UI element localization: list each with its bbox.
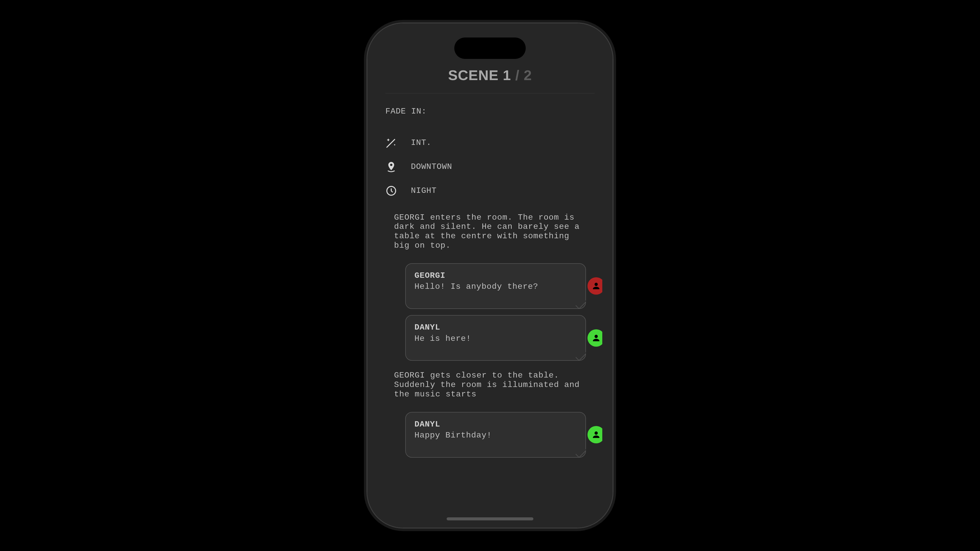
action-block: GEORGI enters the room. The room is dark…: [385, 213, 595, 251]
svg-point-0: [394, 144, 395, 145]
scene-total: 2: [524, 67, 532, 83]
meta-location-row[interactable]: DOWNTOWN: [385, 155, 595, 179]
dialogue-bubble[interactable]: DANYL Happy Birthday!: [405, 412, 595, 457]
screen[interactable]: SCENE 1 / 2 FADE IN: INT.: [368, 24, 612, 527]
dialogue-line: Hello! Is anybody there?: [414, 281, 577, 292]
meta-time-row[interactable]: NIGHT: [385, 179, 595, 203]
character-name: DANYL: [414, 322, 577, 333]
meta-location-label: DOWNTOWN: [411, 162, 452, 172]
meta-interior-label: INT.: [411, 138, 431, 148]
scene-title-bar: SCENE 1 / 2: [385, 64, 595, 94]
dialogue-line: He is here!: [414, 333, 577, 344]
character-avatar[interactable]: [587, 426, 602, 443]
character-avatar[interactable]: [587, 329, 602, 347]
script-content[interactable]: FADE IN: INT. DO: [378, 106, 602, 512]
home-indicator[interactable]: [447, 517, 533, 520]
meta-time-label: NIGHT: [411, 186, 437, 196]
action-block: GEORGI gets closer to the table. Suddenl…: [385, 371, 595, 399]
dialogue-bubble[interactable]: DANYL He is here!: [405, 315, 595, 361]
meta-interior-row[interactable]: INT.: [385, 131, 595, 155]
location-pin-icon: [385, 161, 397, 173]
scene-separator: /: [511, 67, 524, 83]
character-avatar[interactable]: [587, 277, 602, 295]
fade-in-label: FADE IN:: [385, 106, 595, 117]
dialogue-bubble[interactable]: GEORGI Hello! Is anybody there?: [405, 263, 595, 309]
character-name: GEORGI: [414, 270, 577, 281]
scene-label: SCENE 1: [448, 67, 511, 83]
clock-icon: [385, 185, 397, 197]
dialogue-line: Happy Birthday!: [414, 430, 577, 441]
character-name: DANYL: [414, 419, 577, 430]
dynamic-island: [454, 38, 526, 59]
phone-frame: SCENE 1 / 2 FADE IN: INT.: [368, 24, 612, 527]
wand-icon: [385, 137, 397, 149]
